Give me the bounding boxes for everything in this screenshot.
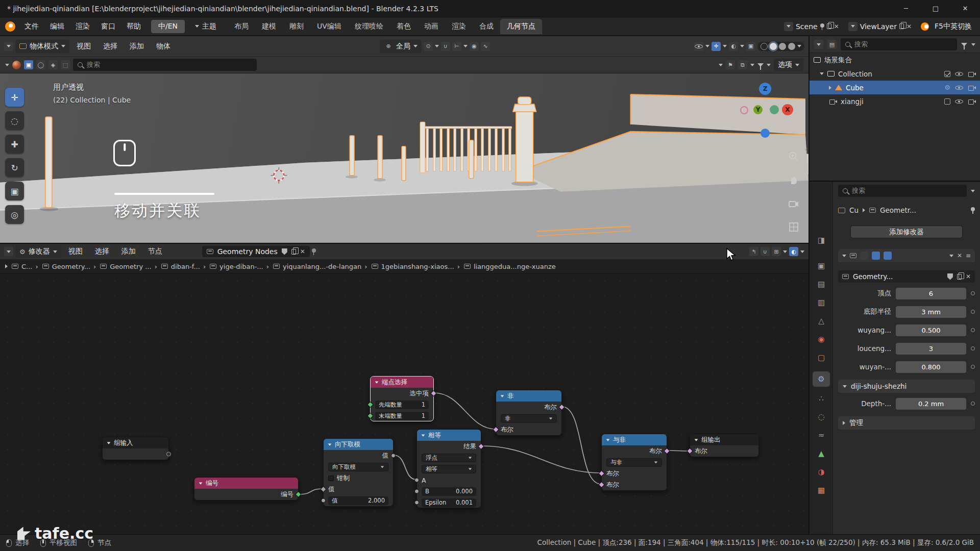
editor-type-icon[interactable]: [814, 40, 823, 49]
remove-modifier-icon[interactable]: ✕: [957, 253, 962, 259]
collapse-node-icon[interactable]: [107, 442, 111, 444]
breadcrumb-item[interactable]: 1gebianshang-xiaos...›: [372, 263, 460, 270]
tab-sculpting[interactable]: 雕刻: [283, 19, 310, 34]
gizmo-y-axis[interactable]: Y: [753, 105, 763, 114]
output-socket[interactable]: [391, 454, 396, 458]
tab-shading[interactable]: 着色: [390, 19, 418, 34]
fake-user-shield-icon[interactable]: [282, 248, 287, 255]
viewport-menu-add[interactable]: 添加: [125, 39, 149, 54]
blender-logo-icon[interactable]: [5, 21, 15, 32]
render-tab-icon[interactable]: ▣: [813, 258, 830, 273]
menu-window[interactable]: 窗口: [96, 19, 120, 34]
fake-user-shield-icon[interactable]: [947, 273, 953, 280]
collapse-node-icon[interactable]: [328, 443, 332, 445]
world-tab-icon[interactable]: ◉: [813, 332, 830, 347]
tab-rendering[interactable]: 渲染: [445, 19, 473, 34]
input-socket[interactable]: [414, 478, 419, 483]
breadcrumb-item[interactable]: yiquanlang...-de-langan›: [273, 263, 368, 270]
theme-dropdown[interactable]: 主题: [190, 20, 222, 33]
breadcrumb-item[interactable]: C...›: [12, 263, 38, 270]
value-field[interactable]: 0.2 mm: [896, 398, 966, 410]
hide-eye-icon[interactable]: [955, 84, 963, 91]
transform-orientation-dropdown[interactable]: ⊕ 全局: [380, 40, 422, 53]
gizmo-toggle-icon[interactable]: ✛: [712, 42, 721, 51]
collections-filter-icon[interactable]: ⧉: [738, 60, 747, 69]
new-view-layer-icon[interactable]: [899, 23, 904, 29]
pan-hand-icon[interactable]: [787, 173, 800, 187]
node-context-dropdown[interactable]: ⚙ 修改器: [15, 245, 61, 258]
wireframe-shading-icon[interactable]: [761, 43, 768, 50]
hide-eye-icon[interactable]: [955, 98, 963, 105]
tab-layout[interactable]: 布局: [228, 19, 255, 34]
object-tab-icon[interactable]: ▢: [813, 350, 830, 365]
value-field[interactable]: 先端数量1: [375, 400, 429, 409]
settings-subpanel-header[interactable]: diji-shuju-shezhi: [838, 380, 975, 393]
orthographic-grid-icon[interactable]: [787, 220, 800, 234]
proportional-editing-icon[interactable]: ◉: [470, 42, 479, 51]
breadcrumb-item[interactable]: yige-diban-...›: [210, 263, 269, 270]
close-button[interactable]: ✕: [950, 0, 980, 17]
rotate-tool-button[interactable]: ↻: [5, 158, 24, 177]
bookmark-icon[interactable]: ⚑: [726, 60, 735, 69]
camera-view-icon[interactable]: [787, 197, 800, 210]
selectability-checkbox[interactable]: [944, 98, 950, 105]
snapping-icon[interactable]: ∪: [761, 247, 770, 256]
operation-dropdown[interactable]: 与非: [606, 458, 662, 467]
texture-tab-icon[interactable]: ▦: [813, 483, 830, 498]
node-tree-selector[interactable]: Geometry Nodes ✕: [202, 246, 310, 257]
filter-icon[interactable]: [757, 63, 764, 67]
breadcrumb-item[interactable]: lianggedua...nge-xuanze: [464, 263, 556, 270]
remove-view-layer-icon[interactable]: ✕: [906, 23, 912, 30]
viewport-menu-select[interactable]: 选择: [98, 39, 122, 54]
cursor-tool-button[interactable]: ◌: [5, 111, 24, 130]
properties-search-input[interactable]: 搜索: [838, 185, 967, 197]
input-socket[interactable]: [414, 500, 419, 505]
snap-magnet-icon[interactable]: ∪: [441, 42, 450, 51]
mode-dropdown[interactable]: 物体模式: [15, 40, 69, 53]
expand-chevron-icon[interactable]: [829, 86, 831, 90]
maximize-button[interactable]: □: [921, 0, 950, 17]
new-scene-icon[interactable]: [827, 23, 831, 29]
modifiers-tab-icon[interactable]: ⚙: [813, 371, 830, 387]
collapse-node-icon[interactable]: [199, 482, 203, 484]
particles-tab-icon[interactable]: ∴: [813, 391, 830, 406]
node-boolean-nand[interactable]: 与非 布尔 与非 布尔 布尔: [601, 434, 667, 491]
render-visibility-icon[interactable]: [968, 70, 976, 78]
viewport-search-input[interactable]: 搜索: [73, 59, 257, 71]
editor-type-icon[interactable]: [4, 247, 13, 256]
scale-tool-button[interactable]: ▣: [5, 182, 24, 201]
visibility-icon[interactable]: [694, 42, 703, 51]
viewport-3d[interactable]: 用户透视 (22) Collection | Cube 移动并关联 ✛ ◌ ✚ …: [0, 73, 808, 243]
pin-icon[interactable]: [820, 23, 824, 28]
chevron-down-icon[interactable]: [5, 64, 9, 66]
operation-dropdown[interactable]: 向下取模: [328, 463, 388, 471]
render-toggle-icon[interactable]: [884, 252, 892, 260]
value-field[interactable]: 0.800: [896, 361, 966, 373]
value-field[interactable]: B0.000: [422, 487, 476, 496]
breadcrumb-item[interactable]: Geometry...›: [42, 263, 96, 270]
node-menu-select[interactable]: 选择: [90, 244, 114, 259]
physics-tab-icon[interactable]: ◌: [813, 409, 830, 424]
operation-dropdown[interactable]: 非: [501, 414, 557, 423]
gizmo-z-axis[interactable]: Z: [759, 83, 771, 95]
viewport-menu-object[interactable]: 物体: [151, 39, 176, 54]
menu-file[interactable]: 文件: [19, 19, 44, 34]
view-layer-selector[interactable]: ViewLayer ✕: [845, 20, 915, 33]
move-tool-button[interactable]: ✛: [5, 88, 24, 107]
copy-node-tree-icon[interactable]: [957, 274, 962, 280]
collapse-node-icon[interactable]: [695, 439, 698, 441]
select-mode-lasso-icon[interactable]: ◈: [48, 60, 58, 69]
modifier-wrench-icon[interactable]: ⚙: [944, 84, 950, 91]
pivot-point-icon[interactable]: ⊙: [424, 42, 433, 51]
value-field[interactable]: Epsilon0.001: [422, 498, 476, 507]
falloff-icon[interactable]: ∿: [481, 42, 490, 51]
select-mode-circle-icon[interactable]: ◯: [36, 60, 45, 69]
outliner-row-collection[interactable]: Collection: [810, 67, 980, 81]
modifier-panel-header[interactable]: ✕ ≡: [838, 249, 975, 262]
display-mode-icon[interactable]: ▤: [827, 40, 837, 49]
tab-geometry-nodes[interactable]: 几何节点: [500, 19, 542, 34]
value-field[interactable]: 6: [896, 288, 966, 299]
node-group-input[interactable]: 组输入: [102, 437, 169, 460]
node-overlays-icon[interactable]: ◐: [789, 247, 798, 256]
tab-texture-paint[interactable]: 纹理喷绘: [348, 19, 390, 34]
